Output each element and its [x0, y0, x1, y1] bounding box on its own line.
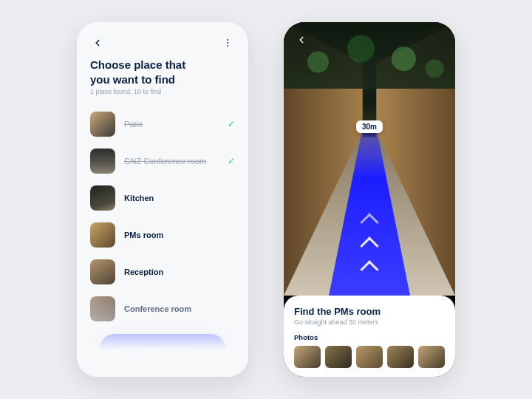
place-thumbnail — [90, 222, 115, 248]
place-row[interactable]: GNZ Conference room ✓ — [77, 143, 248, 180]
ceiling-plants — [284, 22, 455, 89]
place-thumbnail — [90, 296, 115, 321]
photo-thumbnail[interactable] — [387, 346, 414, 368]
check-icon: ✓ — [228, 156, 235, 166]
back-button[interactable] — [294, 33, 309, 47]
place-row[interactable]: Conference room — [77, 290, 248, 327]
bottom-sheet[interactable]: Find the PMs room Go straight ahead 30 m… — [284, 296, 455, 377]
place-label: Conference room — [124, 304, 235, 313]
check-icon: ✓ — [228, 119, 235, 129]
svg-point-1 — [227, 42, 228, 44]
place-label: Reception — [124, 267, 235, 276]
place-thumbnail — [90, 112, 115, 137]
svg-point-2 — [227, 45, 228, 47]
more-vertical-icon — [222, 38, 233, 48]
chevron-up-icon — [360, 236, 378, 255]
places-list-screen: Choose place that you want to find 1 pla… — [77, 22, 248, 377]
more-button[interactable] — [220, 35, 235, 50]
place-row[interactable]: Kitchen — [77, 180, 248, 216]
place-row[interactable]: Patio ✓ — [77, 106, 248, 143]
photos-heading: Photos — [294, 333, 445, 341]
place-thumbnail — [90, 185, 115, 211]
place-label: PMs room — [124, 231, 235, 239]
arrow-left-icon — [296, 35, 307, 45]
camera-view: 30m — [284, 22, 455, 296]
page-title: Choose place that you want to find — [77, 55, 210, 88]
photo-thumbnail[interactable] — [418, 346, 445, 368]
explore-button-label: Explore office — [126, 344, 180, 353]
arrow-left-icon — [92, 38, 103, 48]
place-label: Kitchen — [124, 194, 235, 202]
chevron-up-icon — [360, 260, 378, 279]
place-label: GNZ Conference room — [124, 157, 219, 166]
page-subtitle: 1 place found, 10 to find — [77, 88, 248, 106]
distance-badge: 30m — [356, 120, 383, 133]
direction-text: Go straight ahead 30 meters — [294, 318, 445, 326]
place-thumbnail — [90, 149, 115, 174]
topbar — [77, 22, 248, 55]
photo-thumbnail[interactable] — [356, 346, 383, 368]
svg-point-0 — [227, 39, 228, 41]
chevron-up-icon — [360, 213, 378, 231]
photo-thumbnail[interactable] — [325, 346, 352, 368]
ar-navigation-screen: 30m Find the PMs room Go straight ahead … — [284, 22, 455, 377]
sheet-title: Find the PMs room — [294, 306, 445, 317]
place-label: Patio — [124, 120, 219, 129]
back-button[interactable] — [90, 35, 105, 50]
explore-button[interactable]: Explore office — [100, 334, 225, 364]
place-row[interactable]: PMs room — [77, 216, 248, 253]
places-list: Patio ✓ GNZ Conference room ✓ Kitchen PM… — [77, 106, 248, 327]
place-thumbnail — [90, 259, 115, 284]
cube-icon — [189, 344, 200, 354]
photos-row — [294, 346, 445, 368]
place-row[interactable]: Reception — [77, 253, 248, 290]
photo-thumbnail[interactable] — [294, 346, 321, 368]
